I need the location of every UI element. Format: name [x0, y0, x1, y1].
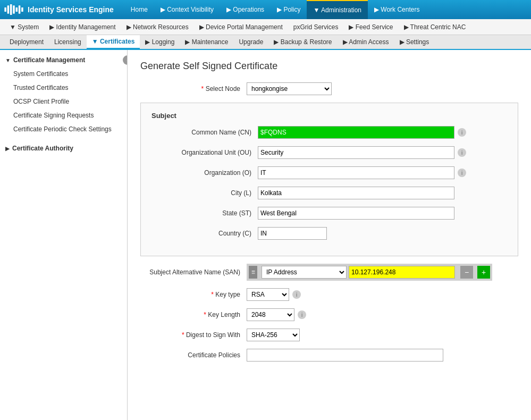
san-remove-button[interactable]: −: [460, 266, 473, 279]
org-unit-label: Organizational Unit (OU): [151, 149, 258, 156]
san-add-button[interactable]: +: [477, 266, 490, 279]
common-name-row: Common Name (CN) i: [151, 126, 507, 139]
key-type-info-icon[interactable]: i: [292, 290, 301, 299]
cisco-logo-icon: [4, 4, 23, 15]
sidebar-ocsp-client-profile[interactable]: OCSP Client Profile: [0, 95, 127, 108]
svg-rect-1: [7, 5, 10, 13]
key-type-row: Key type RSA ECDSA i: [140, 288, 518, 301]
state-row: State (ST): [151, 207, 507, 220]
org-label: Organization (O): [151, 169, 258, 177]
org-unit-row: Organizational Unit (OU) i: [151, 146, 507, 159]
svg-rect-6: [21, 7, 23, 12]
nav-policy[interactable]: ▶ Policy: [271, 0, 307, 19]
select-node-dropdown[interactable]: hongkongise: [247, 82, 332, 95]
tab-backup[interactable]: ▶ Backup & Restore: [268, 35, 337, 49]
digest-row: Digest to Sign With SHA-256 SHA-384 SHA-…: [140, 329, 518, 341]
second-nav-threat[interactable]: ▶ Threat Centric NAC: [399, 19, 471, 35]
third-nav-bar: Deployment Licensing ▼ Certificates ▶ Lo…: [0, 35, 531, 50]
svg-rect-4: [16, 7, 18, 12]
city-label: City (L): [151, 189, 258, 197]
san-label: Subject Alternative Name (SAN): [140, 268, 247, 276]
country-input[interactable]: [258, 227, 327, 240]
select-node-label: Select Node: [140, 85, 247, 93]
org-input[interactable]: [258, 166, 454, 179]
content-area: Generate Self Signed Certificate Select …: [128, 50, 531, 420]
cert-authority-arrow: ▶: [5, 146, 10, 152]
state-label: State (ST): [151, 209, 258, 217]
page-title: Generate Self Signed Certificate: [140, 61, 518, 72]
san-ip-input[interactable]: [349, 266, 455, 279]
common-name-info-icon[interactable]: i: [458, 128, 466, 137]
city-input[interactable]: [258, 187, 454, 199]
subject-label: Subject: [151, 112, 507, 120]
sidebar: ‹ ▼ Certificate Management System Certif…: [0, 50, 128, 420]
sidebar-trusted-certificates[interactable]: Trusted Certificates: [0, 81, 127, 95]
org-unit-info-icon[interactable]: i: [458, 148, 466, 157]
san-wrapper: ☰ IP Address DNS Email URI − +: [247, 264, 492, 281]
cert-policies-input[interactable]: [247, 349, 443, 362]
sidebar-cert-periodic-check[interactable]: Certificate Periodic Check Settings: [0, 122, 127, 136]
key-type-select[interactable]: RSA ECDSA: [247, 288, 289, 301]
nav-home[interactable]: Home: [124, 0, 154, 19]
nav-work-centers[interactable]: ▶ Work Centers: [368, 0, 426, 19]
svg-rect-2: [10, 4, 12, 15]
svg-rect-3: [13, 5, 15, 13]
org-info-icon[interactable]: i: [458, 169, 466, 177]
san-drag-handle[interactable]: ☰: [249, 266, 257, 279]
common-name-label: Common Name (CN): [151, 129, 258, 136]
nav-operations[interactable]: ▶ Operations: [220, 0, 271, 19]
top-nav-items: Home ▶ Context Visibility ▶ Operations ▶…: [124, 0, 426, 19]
sidebar-system-certificates[interactable]: System Certificates: [0, 67, 127, 81]
digest-select[interactable]: SHA-256 SHA-384 SHA-512: [247, 329, 300, 341]
digest-label: Digest to Sign With: [140, 331, 247, 339]
sidebar-cert-signing-requests[interactable]: Certificate Signing Requests: [0, 108, 127, 122]
key-type-label: Key type: [140, 291, 247, 298]
common-name-input[interactable]: [258, 126, 454, 139]
country-label: Country (C): [151, 230, 258, 237]
city-row: City (L): [151, 187, 507, 199]
tab-maintenance[interactable]: ▶ Maintenance: [180, 35, 233, 49]
cert-management-section: ▼ Certificate Management System Certific…: [0, 50, 127, 139]
cert-policies-label: Certificate Policies: [140, 351, 247, 359]
svg-rect-5: [19, 5, 21, 13]
san-row: Subject Alternative Name (SAN) ☰ IP Addr…: [140, 264, 518, 281]
top-nav-bar: Identity Services Engine Home ▶ Context …: [0, 0, 531, 19]
state-input[interactable]: [258, 207, 454, 220]
cert-authority-label: Certificate Authority: [12, 145, 73, 152]
key-length-select[interactable]: 512 1024 2048 4096: [247, 308, 294, 321]
second-nav-bar: ▼ System ▶ Identity Management ▶ Network…: [0, 19, 531, 35]
nav-administration[interactable]: ▼ Administration: [307, 0, 368, 19]
cert-management-arrow: ▼: [5, 57, 11, 63]
second-nav-device-portal[interactable]: ▶ Device Portal Management: [194, 19, 288, 35]
second-nav-system[interactable]: ▼ System: [4, 19, 44, 35]
svg-rect-0: [4, 7, 6, 12]
key-length-row: Key Length 512 1024 2048 4096 i: [140, 308, 518, 321]
tab-settings[interactable]: ▶ Settings: [394, 35, 435, 49]
second-nav-identity[interactable]: ▶ Identity Management: [44, 19, 121, 35]
org-unit-input[interactable]: [258, 146, 454, 159]
second-nav-pxgrid[interactable]: pxGrid Services: [288, 19, 344, 35]
san-type-select[interactable]: IP Address DNS Email URI: [262, 266, 347, 279]
cert-management-header[interactable]: ▼ Certificate Management: [0, 53, 127, 67]
tab-certificates[interactable]: ▼ Certificates: [87, 35, 140, 49]
app-title: Identity Services Engine: [28, 5, 114, 14]
cert-policies-row: Certificate Policies: [140, 349, 518, 362]
select-node-row: Select Node hongkongise: [140, 82, 518, 95]
tab-admin-access[interactable]: ▶ Admin Access: [338, 35, 394, 49]
cert-management-label: Certificate Management: [13, 56, 85, 64]
key-length-info-icon[interactable]: i: [298, 310, 306, 319]
tab-upgrade[interactable]: Upgrade: [233, 35, 268, 49]
cert-authority-header[interactable]: ▶ Certificate Authority: [0, 141, 127, 155]
country-row: Country (C): [151, 227, 507, 240]
second-nav-feed[interactable]: ▶ Feed Service: [343, 19, 398, 35]
org-row: Organization (O) i: [151, 166, 507, 179]
key-length-label: Key Length: [140, 311, 247, 318]
main-layout: ‹ ▼ Certificate Management System Certif…: [0, 50, 531, 420]
tab-licensing[interactable]: Licensing: [49, 35, 87, 49]
tab-logging[interactable]: ▶ Logging: [140, 35, 180, 49]
tab-deployment[interactable]: Deployment: [4, 35, 49, 49]
subject-section: Subject Common Name (CN) i Organizationa…: [140, 103, 518, 256]
nav-context-visibility[interactable]: ▶ Context Visibility: [154, 0, 220, 19]
second-nav-network[interactable]: ▶ Network Resources: [121, 19, 194, 35]
